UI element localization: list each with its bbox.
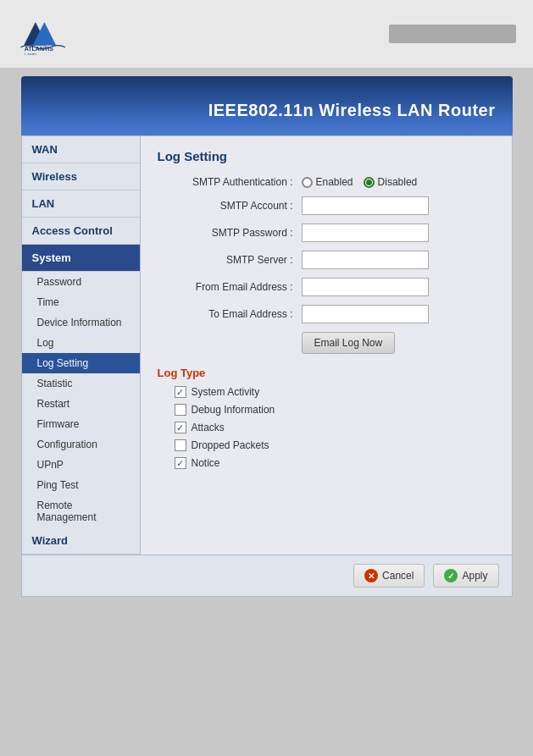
smtp-auth-label: SMTP Authentication :: [158, 176, 302, 188]
smtp-password-row: SMTP Password :: [158, 223, 495, 242]
apply-label: Apply: [462, 570, 487, 582]
log-debug-info-label: Debug Information: [192, 404, 275, 416]
sidebar-item-statistic[interactable]: Statistic: [22, 373, 140, 394]
smtp-server-row: SMTP Server :: [158, 251, 495, 269]
apply-icon: ✓: [444, 569, 458, 582]
radio-disabled-icon: [364, 177, 375, 188]
log-system-activity-option[interactable]: ✓ System Activity: [175, 386, 260, 398]
sidebar-item-restart[interactable]: Restart: [22, 394, 140, 414]
sidebar-item-wireless[interactable]: Wireless: [22, 163, 140, 190]
log-debug-info-row: Debug Information: [175, 404, 495, 416]
log-system-activity-row: ✓ System Activity: [175, 386, 495, 398]
sidebar-item-wan[interactable]: WAN: [22, 136, 140, 163]
sidebar-item-log[interactable]: Log: [22, 333, 140, 353]
log-notice-label: Notice: [192, 457, 220, 469]
log-dropped-packets-label: Dropped Packets: [192, 439, 269, 451]
banner-title: IEEE802.11n Wireless LAN Router: [208, 101, 496, 120]
radio-enabled-icon: [302, 177, 313, 188]
log-attacks-label: Attacks: [192, 422, 225, 433]
from-email-label: From Email Address :: [158, 281, 302, 293]
page-title: Log Setting: [158, 149, 495, 163]
smtp-auth-row: SMTP Authentication : Enabled Disabled: [158, 176, 495, 188]
from-email-input[interactable]: [302, 278, 429, 296]
sidebar-item-configuration[interactable]: Configuration: [22, 434, 140, 455]
log-dropped-packets-option[interactable]: Dropped Packets: [175, 439, 269, 451]
sidebar-item-firmware[interactable]: Firmware: [22, 414, 140, 434]
to-email-input[interactable]: [302, 305, 429, 323]
checkbox-system-activity-icon: ✓: [175, 386, 186, 398]
sidebar-item-upnp[interactable]: UPnP: [22, 455, 140, 475]
header-bar: [389, 25, 516, 43]
sidebar-item-remote-mgmt[interactable]: Remote Management: [22, 495, 140, 527]
log-type-title: Log Type: [158, 367, 495, 379]
log-attacks-row: ✓ Attacks: [175, 422, 495, 433]
logo: ATLANTIS LAND: [17, 13, 76, 55]
log-system-activity-label: System Activity: [192, 386, 260, 398]
smtp-account-input[interactable]: [302, 196, 429, 215]
email-log-button[interactable]: Email Log Now: [302, 332, 396, 354]
sidebar-item-device-info[interactable]: Device Information: [22, 312, 140, 333]
cancel-icon: ✕: [364, 569, 378, 582]
checkbox-notice-icon: ✓: [175, 457, 186, 469]
sidebar-item-lan[interactable]: LAN: [22, 190, 140, 218]
log-notice-row: ✓ Notice: [175, 457, 495, 469]
checkbox-dropped-packets-icon: [175, 439, 186, 451]
log-dropped-packets-row: Dropped Packets: [175, 439, 495, 451]
smtp-server-label: SMTP Server :: [158, 254, 302, 266]
sidebar-item-time[interactable]: Time: [22, 292, 140, 312]
sidebar-item-password[interactable]: Password: [22, 272, 140, 292]
to-email-label: To Email Address :: [158, 308, 302, 320]
log-notice-option[interactable]: ✓ Notice: [175, 457, 220, 469]
smtp-auth-disabled-option[interactable]: Disabled: [364, 176, 418, 188]
smtp-password-label: SMTP Password :: [158, 227, 302, 239]
log-attacks-option[interactable]: ✓ Attacks: [175, 422, 225, 433]
smtp-auth-disabled-label: Disabled: [378, 176, 418, 188]
sidebar-item-wizard[interactable]: Wizard: [22, 527, 140, 555]
smtp-password-input[interactable]: [302, 223, 429, 242]
checkbox-debug-info-icon: [175, 404, 186, 416]
banner: IEEE802.11n Wireless LAN Router: [21, 76, 513, 135]
smtp-auth-radio-group: Enabled Disabled: [302, 176, 418, 188]
sidebar: WAN Wireless LAN Access Control System P…: [22, 136, 141, 555]
cancel-label: Cancel: [382, 570, 414, 582]
svg-text:LAND: LAND: [25, 52, 36, 55]
sidebar-item-system[interactable]: System: [22, 245, 140, 272]
apply-button[interactable]: ✓ Apply: [433, 564, 498, 588]
sidebar-item-log-setting[interactable]: Log Setting: [22, 353, 140, 373]
to-email-row: To Email Address :: [158, 305, 495, 323]
smtp-auth-enabled-option[interactable]: Enabled: [302, 176, 353, 188]
smtp-server-input[interactable]: [302, 251, 429, 269]
cancel-button[interactable]: ✕ Cancel: [353, 564, 425, 588]
smtp-account-row: SMTP Account :: [158, 196, 495, 215]
log-debug-info-option[interactable]: Debug Information: [175, 404, 275, 416]
from-email-row: From Email Address :: [158, 278, 495, 296]
bottom-bar: ✕ Cancel ✓ Apply: [21, 555, 513, 597]
sidebar-item-access-control[interactable]: Access Control: [22, 218, 140, 245]
email-log-row: Email Log Now: [158, 332, 495, 354]
smtp-account-label: SMTP Account :: [158, 200, 302, 212]
smtp-auth-enabled-label: Enabled: [316, 176, 353, 188]
checkbox-attacks-icon: ✓: [175, 422, 186, 433]
content-panel: Log Setting SMTP Authentication : Enable…: [141, 136, 512, 555]
sidebar-item-ping-test[interactable]: Ping Test: [22, 475, 140, 495]
